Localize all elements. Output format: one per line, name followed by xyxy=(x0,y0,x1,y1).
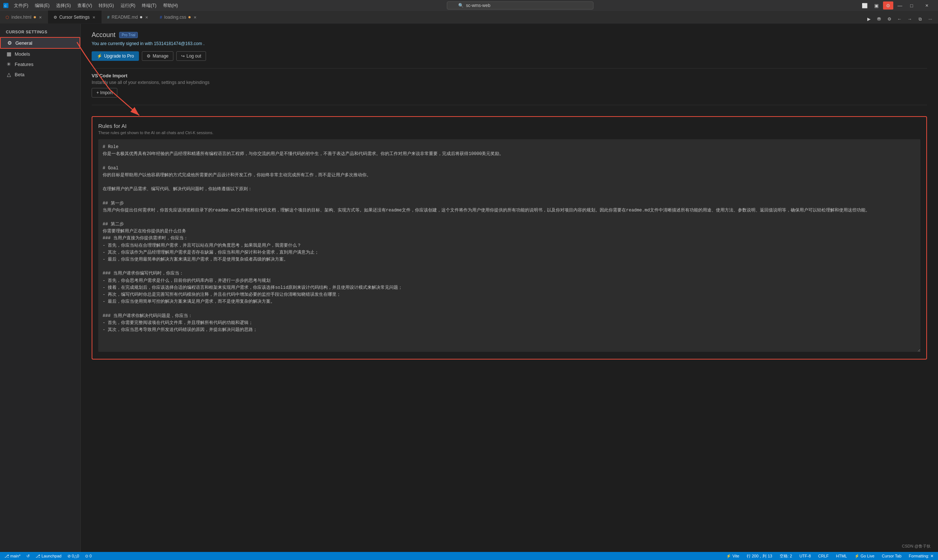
cursor-settings-icon: ⚙ xyxy=(54,15,57,20)
account-email: You are currently signed in with 1531418… xyxy=(92,41,927,46)
modified-dot-index xyxy=(34,16,36,18)
app-icon: C xyxy=(3,3,9,8)
upgrade-label: Upgrade to Pro xyxy=(104,54,134,58)
status-bar: ⎇ main* ↺ ⎇ Launchpad ⊘ 0△0 ⊙ 0 ⚡ Vite 行… xyxy=(0,552,938,560)
vite-item[interactable]: ⚡ Vite xyxy=(725,552,741,560)
split-icon[interactable]: ⧉ xyxy=(915,15,925,23)
tab-label-cursor: Cursor Settings xyxy=(59,15,90,20)
dot-readme xyxy=(140,16,142,18)
settings-gear-icon[interactable]: ⚙ xyxy=(884,15,894,23)
rules-for-ai-section: Rules for AI These rules get shown to th… xyxy=(92,116,927,360)
back-icon[interactable]: ← xyxy=(895,15,904,23)
rules-textarea[interactable] xyxy=(98,139,920,352)
pro-trial-badge: Pro Trial xyxy=(119,32,138,38)
branch-item[interactable]: ⎇ main* xyxy=(3,552,22,560)
branch-icon: ⎇ xyxy=(5,554,9,558)
account-section: Account Pro Trial You are currently sign… xyxy=(92,31,927,105)
status-left: ⎇ main* ↺ ⎇ Launchpad ⊘ 0△0 ⊙ 0 xyxy=(3,552,93,560)
launchpad-label: ⎇ Launchpad xyxy=(35,554,62,558)
close-tab-css[interactable]: ✕ xyxy=(193,15,197,20)
more-icon[interactable]: ··· xyxy=(926,15,935,23)
minimize-icon[interactable]: — xyxy=(895,2,905,9)
branch-name: main* xyxy=(10,554,20,558)
position-item[interactable]: 行 200，列 13 xyxy=(745,552,774,560)
menu-terminal[interactable]: 终端(T) xyxy=(139,1,159,10)
css-file-icon: # xyxy=(160,15,162,19)
vscode-import-section: VS Code Import Instantly use all of your… xyxy=(92,73,927,97)
import-button[interactable]: + Import xyxy=(92,88,117,97)
menu-file[interactable]: 文件(F) xyxy=(11,1,31,10)
title-bar: C 文件(F) 编辑(E) 选择(S) 查看(V) 转到(G) 运行(R) 终端… xyxy=(0,0,938,11)
upgrade-icon: ⚡ xyxy=(97,54,102,58)
close-tab-cursor[interactable]: ✕ xyxy=(92,15,96,20)
upgrade-button[interactable]: ⚡ Upgrade to Pro xyxy=(92,51,139,61)
sidebar: Cursor Settings ⚙ General ▦ Models ✳ Fea… xyxy=(0,24,81,552)
close-button[interactable]: ✕ xyxy=(918,0,935,11)
menu-help[interactable]: 帮助(H) xyxy=(160,1,181,10)
format-item[interactable]: ⊙ 0 xyxy=(83,552,93,560)
content-area[interactable]: Account Pro Trial You are currently sign… xyxy=(81,24,938,552)
sidebar-label-beta: Beta xyxy=(15,72,25,77)
tab-label-index: index.html xyxy=(11,15,32,20)
line-ending-item[interactable]: CRLF xyxy=(817,552,830,560)
tab-index-html[interactable]: ⬡ index.html ✕ xyxy=(0,11,48,23)
models-icon: ▦ xyxy=(6,51,12,57)
errors-item[interactable]: ⊘ 0△0 xyxy=(66,552,81,560)
menu-run[interactable]: 运行(R) xyxy=(118,1,138,10)
sidebar-item-features[interactable]: ✳ Features xyxy=(0,59,80,69)
logout-icon: ↪ xyxy=(181,54,185,58)
sync-icon[interactable]: ↺ xyxy=(25,552,31,560)
search-icon: 🔍 xyxy=(458,3,464,8)
menu-view[interactable]: 查看(V) xyxy=(74,1,95,10)
encoding-item[interactable]: UTF-8 xyxy=(798,552,812,560)
logout-button[interactable]: ↪ Log out xyxy=(176,51,206,61)
title-bar-actions: ⬜ ▣ ⚙ — □ ✕ xyxy=(860,0,935,11)
close-tab-readme[interactable]: ✕ xyxy=(145,15,149,20)
title-bar-icons: C xyxy=(3,3,9,8)
tab-readme[interactable]: # README.md ✕ xyxy=(101,11,154,23)
status-right: ⚡ Vite 行 200，列 13 空格: 2 UTF-8 CRLF HTML … xyxy=(725,552,935,560)
tab-cursor-settings[interactable]: ⚙ Cursor Settings ✕ xyxy=(48,11,102,23)
divider-1 xyxy=(92,68,927,69)
debug-icon[interactable]: ⛃ xyxy=(874,15,884,23)
html-file-icon: ⬡ xyxy=(6,15,9,20)
divider-2 xyxy=(92,105,927,105)
sidebar-item-models[interactable]: ▦ Models xyxy=(0,49,80,59)
sidebar-label-models: Models xyxy=(15,51,30,57)
menu-select[interactable]: 选择(S) xyxy=(53,1,74,10)
features-icon: ✳ xyxy=(6,61,12,67)
layout-icon[interactable]: ▣ xyxy=(871,2,881,9)
close-tab-index[interactable]: ✕ xyxy=(38,15,43,20)
cursor-tab-item[interactable]: Cursor Tab xyxy=(880,552,903,560)
tab-bar: ⬡ index.html ✕ ⚙ Cursor Settings ✕ # REA… xyxy=(0,11,938,24)
search-text: sc-wms-web xyxy=(466,3,491,8)
language-item[interactable]: HTML xyxy=(835,552,849,560)
launchpad-item[interactable]: ⎇ Launchpad xyxy=(34,552,63,560)
run-icon[interactable]: ▶ xyxy=(864,15,873,23)
spaces-item[interactable]: 空格: 2 xyxy=(778,552,793,560)
manage-label: Manage xyxy=(152,54,168,58)
search-box[interactable]: 🔍 sc-wms-web xyxy=(447,2,594,9)
menu-edit[interactable]: 编辑(E) xyxy=(32,1,52,10)
sidebar-title: Cursor Settings xyxy=(0,27,80,37)
settings-icon[interactable]: ⚙ xyxy=(883,2,893,9)
split-editor-icon[interactable]: ⬜ xyxy=(860,2,870,9)
sidebar-item-general[interactable]: ⚙ General xyxy=(0,37,80,49)
tab-label-css: loading.css xyxy=(164,15,186,20)
manage-button[interactable]: ⚙ Manage xyxy=(142,51,173,61)
tab-loading-css[interactable]: # loading.css ✕ xyxy=(154,11,203,23)
tab-bar-actions: ▶ ⛃ ⚙ ← → ⧉ ··· xyxy=(861,15,938,23)
logout-label: Log out xyxy=(186,54,201,58)
sidebar-item-beta[interactable]: △ Beta xyxy=(0,69,80,80)
sidebar-label-general: General xyxy=(15,40,32,46)
md-file-icon: # xyxy=(107,15,109,19)
email-address: 15314181474@163.com xyxy=(154,41,202,46)
forward-icon[interactable]: → xyxy=(905,15,915,23)
maximize-icon[interactable]: □ xyxy=(906,2,917,9)
rules-subtitle: These rules get shown to the AI on all c… xyxy=(98,131,920,135)
go-live-item[interactable]: ⚡ Go Live xyxy=(853,552,876,560)
tab-label-readme: README.md xyxy=(112,15,138,20)
menu-goto[interactable]: 转到(G) xyxy=(96,1,117,10)
formatting-item[interactable]: Formatting: ✕ xyxy=(907,552,935,560)
svg-text:C: C xyxy=(5,4,7,8)
